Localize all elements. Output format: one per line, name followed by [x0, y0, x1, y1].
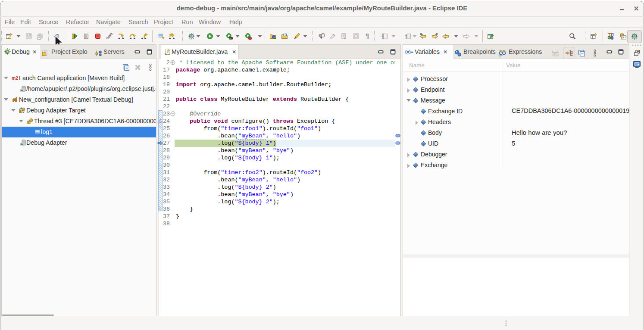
- svg-text:i,: i,: [165, 52, 166, 55]
- svg-text:J: J: [167, 50, 169, 54]
- svg-text:J: J: [611, 33, 614, 37]
- svg-text:x=: x=: [499, 54, 503, 57]
- svg-text:(x)=: (x)=: [405, 49, 413, 54]
- svg-text:m2: m2: [12, 75, 18, 81]
- svg-text:T: T: [625, 36, 626, 39]
